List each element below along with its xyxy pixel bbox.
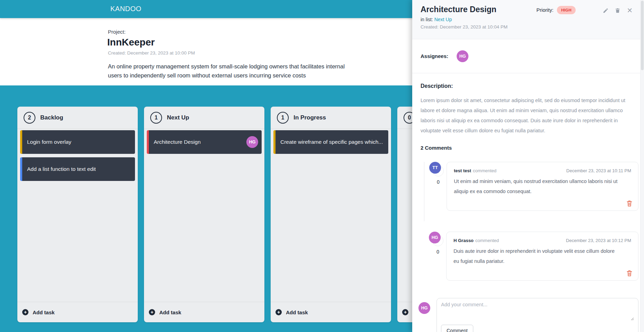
project-label: Project: bbox=[108, 29, 126, 35]
panel-scrollbar[interactable] bbox=[640, 0, 644, 332]
task-card-title: Add a list function to text edit bbox=[27, 166, 96, 172]
vote-count: 0 bbox=[437, 249, 439, 255]
close-icon: ✕ bbox=[627, 7, 633, 14]
priority-label: Priority: bbox=[536, 7, 553, 13]
pencil-icon bbox=[603, 8, 609, 14]
commenter-avatar: HG bbox=[429, 232, 441, 243]
comment-action: commented bbox=[475, 238, 499, 243]
commenter-avatar: TT bbox=[429, 162, 441, 174]
add-task-label: Add task bbox=[159, 309, 181, 315]
priority-badge: HIGH bbox=[557, 6, 576, 14]
add-comment-section: HG Comment bbox=[418, 298, 638, 332]
comments-list: TT ↑ 0 test test commented December 23, … bbox=[424, 162, 638, 291]
column-body: Architecture Design HG bbox=[144, 129, 264, 302]
task-detail-header: Architecture Design in list: Next Up Cre… bbox=[412, 0, 644, 39]
description-text: Lorem ipsum dolor sit amet, consectetur … bbox=[421, 96, 636, 136]
trash-icon bbox=[615, 7, 620, 14]
column-header: 1 Next Up bbox=[144, 107, 264, 129]
trash-icon bbox=[626, 200, 633, 207]
edit-task-button[interactable] bbox=[602, 7, 609, 14]
comment-input[interactable] bbox=[441, 302, 634, 321]
task-card[interactable]: Create wireframe of specific pages which… bbox=[273, 130, 388, 154]
task-card-title: Login form overlay bbox=[27, 139, 71, 145]
description-label: Description: bbox=[421, 83, 636, 89]
description-section: Description: Lorem ipsum dolor sit amet,… bbox=[412, 73, 644, 136]
plus-icon: + bbox=[402, 309, 408, 315]
add-task-button[interactable]: + Add task bbox=[144, 302, 264, 322]
column-task-count: 1 bbox=[277, 112, 289, 124]
task-list-location: in list: Next Up bbox=[421, 17, 636, 22]
plus-icon: + bbox=[22, 309, 28, 315]
in-list-label: in list: bbox=[421, 17, 433, 22]
comment-item: TT ↑ 0 test test commented December 23, … bbox=[424, 162, 638, 221]
add-comment-box: Comment bbox=[437, 298, 638, 332]
add-task-button[interactable]: + Add task bbox=[17, 302, 138, 322]
plus-icon: + bbox=[276, 309, 282, 315]
comment-head: test test commented December 23, 2023 at… bbox=[454, 168, 631, 173]
scrollbar-thumb[interactable] bbox=[641, 1, 644, 70]
column-header: 2 Backlog bbox=[17, 107, 138, 129]
vote-count: 0 bbox=[437, 179, 440, 185]
task-card-title: Create wireframe of specific pages which… bbox=[280, 139, 383, 145]
comment-head: H Grasso commented December 23, 2023 at … bbox=[454, 238, 631, 243]
column-next-up: 1 Next Up Architecture Design HG + Add t… bbox=[144, 107, 264, 322]
task-card-architecture-design[interactable]: Architecture Design HG bbox=[147, 130, 262, 154]
assignee-avatar: HG bbox=[457, 50, 468, 62]
delete-task-button[interactable] bbox=[615, 7, 621, 14]
column-in-progress: 1 In Progress Create wireframe of specif… bbox=[271, 107, 391, 322]
current-user-avatar: HG bbox=[418, 302, 430, 314]
project-description: An online property management system for… bbox=[108, 62, 358, 80]
list-link[interactable]: Next Up bbox=[434, 17, 452, 22]
comment-text: Duis aute irure dolor in reprehenderit i… bbox=[454, 246, 631, 266]
add-task-button[interactable]: + Add task bbox=[271, 302, 391, 322]
column-body: Create wireframe of specific pages which… bbox=[271, 129, 391, 302]
comment-row: ↑ 0 test test commented December 23, 202… bbox=[430, 162, 638, 211]
app-title: KANDOO bbox=[110, 5, 142, 13]
trash-icon bbox=[626, 270, 633, 277]
delete-comment-button[interactable] bbox=[626, 200, 633, 207]
column-body: Login form overlay Add a list function t… bbox=[17, 129, 138, 302]
column-title: Backlog bbox=[40, 114, 63, 121]
submit-comment-button[interactable]: Comment bbox=[441, 325, 473, 332]
column-task-count: 2 bbox=[24, 112, 35, 124]
plus-icon: + bbox=[149, 309, 155, 315]
column-title: Next Up bbox=[167, 114, 189, 121]
task-detail-panel: Architecture Design in list: Next Up Cre… bbox=[412, 0, 644, 332]
comment-action: commented bbox=[473, 168, 497, 173]
priority-group: Priority: HIGH bbox=[536, 6, 576, 14]
assignees-label: Assignees: bbox=[421, 53, 448, 59]
kandoo-app: KANDOO Project: InnKeeper Created: Decem… bbox=[0, 0, 644, 332]
comment-card: test test commented December 23, 2023 at… bbox=[447, 162, 638, 211]
column-header: 1 In Progress bbox=[271, 107, 391, 129]
comment-date: December 23, 2023 at 10:12 PM bbox=[566, 238, 631, 243]
project-created-date: Created: December 23, 2023 at 10:00 PM bbox=[108, 50, 195, 56]
comment-row: ↑ 0 H Grasso commented December 23, 2023… bbox=[430, 232, 638, 281]
task-created-date: Created: December 23, 2023 at 10:04 PM bbox=[421, 24, 636, 30]
assignees-section: Assignees: HG bbox=[412, 39, 644, 73]
column-title: In Progress bbox=[294, 114, 326, 121]
task-actions: ✕ bbox=[602, 7, 633, 14]
comment-card: H Grasso commented December 23, 2023 at … bbox=[446, 232, 638, 281]
comment-date: December 23, 2023 at 10:11 PM bbox=[566, 168, 631, 173]
delete-comment-button[interactable] bbox=[626, 270, 633, 277]
task-card[interactable]: Login form overlay bbox=[20, 130, 135, 154]
add-task-label: Add task bbox=[286, 309, 308, 315]
close-panel-button[interactable]: ✕ bbox=[627, 7, 633, 14]
comment-author: test test bbox=[454, 168, 471, 173]
add-task-label: Add task bbox=[33, 309, 54, 315]
column-task-count: 1 bbox=[150, 112, 162, 124]
assignee-avatar: HG bbox=[246, 136, 258, 148]
comments-count-header: 2 Comments bbox=[421, 145, 644, 151]
comment-author: H Grasso bbox=[454, 238, 474, 243]
task-card[interactable]: Add a list function to text edit bbox=[20, 157, 135, 181]
column-backlog: 2 Backlog Login form overlay Add a list … bbox=[17, 107, 138, 322]
comment-text: Ut enim ad minim veniam, quis nostrud ex… bbox=[454, 176, 631, 197]
comment-item: HG ↑ 0 H Grasso commented December 23, 2… bbox=[424, 232, 638, 291]
task-card-title: Architecture Design bbox=[154, 139, 201, 145]
project-name: InnKeeper bbox=[107, 37, 155, 48]
